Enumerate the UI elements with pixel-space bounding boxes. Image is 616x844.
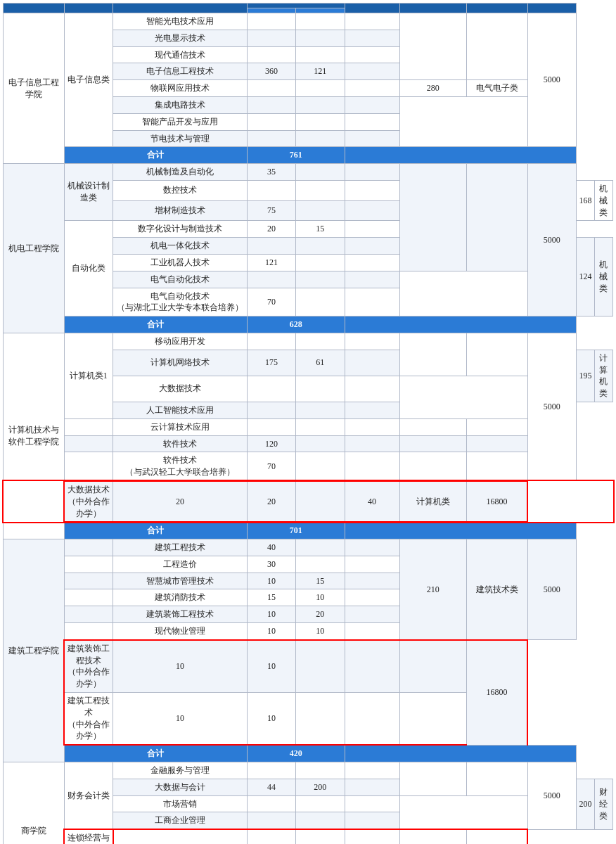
- table-row: 计算机技术与软件工程学院计算机类1移动应用开发5000: [4, 333, 613, 350]
- table-row: 云计算技术应用: [4, 418, 613, 435]
- enrollment-table: 电子信息工程学院电子信息类智能光电技术应用5000光电显示技术现代通信技术电子信…: [3, 3, 613, 844]
- col-skill-exam: [399, 4, 466, 13]
- table-row: 建筑工程学院建筑工程技术40210建筑技术类5000: [4, 539, 613, 556]
- table-row: 软件技术 （与武汉轻工大学联合培养）70: [4, 452, 613, 481]
- subtotal-row: 合计701: [4, 522, 613, 539]
- col-gaozhi-header: [247, 4, 345, 8]
- red-box-table-row: 大数据技术 （中外合作办学）202040计算机类16800: [4, 481, 613, 522]
- table-row: 电子信息工程学院电子信息类智能光电技术应用5000: [4, 13, 613, 30]
- table-row: 商学院财务会计类金融服务与管理5000: [4, 762, 613, 779]
- col-major-name: [113, 4, 248, 13]
- col-art: [345, 4, 399, 13]
- red-box-table-row: 连锁经营与管理 （中外合作办学）373016800: [4, 829, 613, 844]
- col-phy: [247, 8, 295, 13]
- col-fee: [527, 4, 576, 13]
- col-skill-cat: [466, 4, 527, 13]
- col-college: [4, 4, 65, 13]
- table-row: 软件技术120: [4, 435, 613, 452]
- subtotal-row: 合计628: [4, 316, 613, 333]
- red-box-table-row: 建筑装饰工程技术 （中外合作办学）101016800: [4, 640, 613, 693]
- col-major-cat: [64, 4, 113, 13]
- col-his: [296, 8, 345, 13]
- table-row: 机电工程学院机械设计制造类机械制造及自动化355000: [4, 164, 613, 181]
- subtotal-row: 合计761: [4, 147, 613, 164]
- subtotal-row: 合计420: [4, 745, 613, 762]
